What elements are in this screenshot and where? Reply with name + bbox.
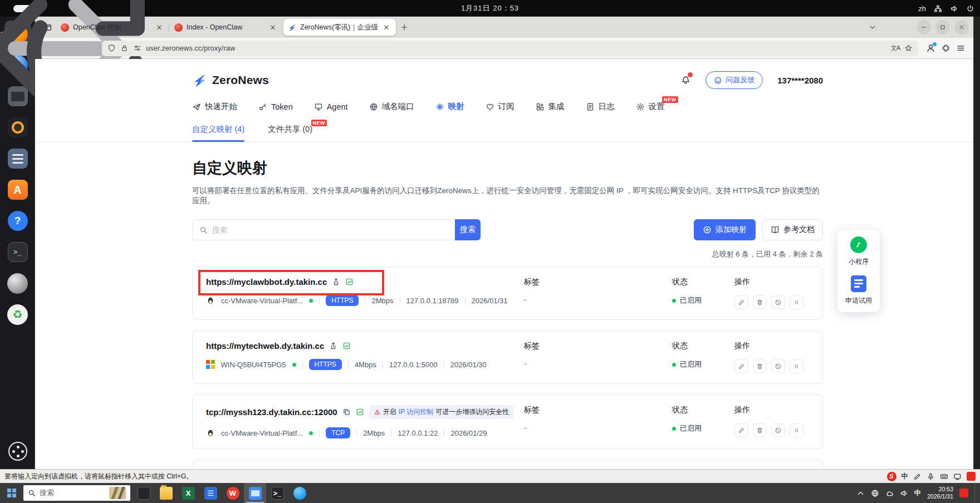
nav-agent[interactable]: Agent (314, 102, 348, 111)
sogou-tray-icon[interactable] (959, 489, 968, 497)
browser-tab-openclaw-control[interactable]: OpenClaw 控制 ✕ (56, 19, 169, 36)
taskbar-app-excel[interactable]: X (177, 483, 199, 503)
network-icon[interactable] (934, 4, 942, 13)
url-text[interactable]: user.zeronews.cc/proxy/raw (146, 44, 886, 52)
browser-tab-index-openclaw[interactable]: Index - OpenClaw ✕ (170, 19, 282, 36)
ime-zh-icon[interactable]: 中 (914, 489, 922, 498)
account-phone[interactable]: 137****2080 (777, 76, 823, 85)
delete-button[interactable] (753, 423, 767, 437)
tab-close-icon[interactable]: ✕ (154, 22, 164, 32)
traffic-chart-icon[interactable] (342, 342, 351, 350)
account-icon[interactable] (926, 43, 935, 53)
pause-button[interactable] (790, 423, 803, 437)
permissions-icon[interactable] (133, 44, 141, 52)
taskbar-app-edge[interactable] (288, 483, 311, 503)
taskbar-app-vmware[interactable] (244, 483, 266, 503)
extension-icon[interactable] (941, 43, 950, 53)
dock-terminal[interactable]: >_ (4, 239, 31, 265)
nav-token[interactable]: Token (258, 102, 293, 111)
add-mapping-button[interactable]: 添加映射 (694, 219, 756, 240)
mapping-url[interactable]: https://myclawbbot.dy.takin.cc (206, 277, 327, 287)
restore-button[interactable] (935, 20, 950, 34)
chevron-up-icon[interactable] (856, 489, 865, 497)
notification-bell-icon[interactable] (680, 74, 691, 87)
docs-button[interactable]: 参考文档 (762, 219, 823, 240)
browser-tab-zeronews[interactable]: ZeroNews(零讯)｜企业级 ✕ (283, 19, 396, 36)
menu-icon[interactable] (956, 43, 966, 53)
nav-logs[interactable]: 日志 (586, 101, 615, 112)
search-button[interactable]: 搜索 (455, 219, 481, 240)
shield-icon[interactable] (107, 44, 116, 52)
reload-button[interactable] (79, 41, 94, 56)
taskbar-app-wps[interactable]: W (222, 483, 244, 503)
lock-icon[interactable] (120, 44, 129, 52)
taskbar-app-terminal[interactable]: >_ (266, 483, 288, 503)
mini-program-entry[interactable]: 小程序 (841, 236, 876, 267)
open-link-icon[interactable] (332, 278, 340, 286)
disable-button[interactable] (771, 359, 785, 373)
list-tabs-icon[interactable] (869, 23, 876, 31)
taskbar-search-box[interactable]: 搜索 (23, 485, 130, 501)
nav-settings[interactable]: 设置NEW (636, 101, 665, 112)
taskbar-app-blue[interactable]: ☰ (199, 483, 222, 503)
minimize-button[interactable] (917, 20, 931, 34)
dock-help[interactable]: ? (4, 208, 31, 234)
ip-access-control-link[interactable]: IP 访问控制 (399, 407, 433, 417)
screenshot-icon[interactable] (953, 472, 962, 481)
pause-button[interactable] (790, 359, 803, 373)
volume-icon[interactable] (950, 4, 958, 13)
bing-daily-image[interactable] (109, 487, 126, 499)
taskbar-app-explorer[interactable] (155, 483, 177, 503)
pause-button[interactable] (790, 295, 803, 309)
tab-close-icon[interactable]: ✕ (268, 22, 278, 32)
traffic-chart-icon[interactable] (356, 408, 364, 416)
dock-sphere-app[interactable] (4, 270, 31, 297)
dock-recycle-app[interactable]: ♻ (4, 301, 31, 328)
pen-icon[interactable] (913, 472, 922, 481)
url-bar[interactable]: user.zeronews.cc/proxy/raw 文A (102, 41, 918, 56)
translate-icon[interactable]: 文A (891, 44, 900, 52)
dock-app-a[interactable]: A (4, 176, 31, 203)
search-input[interactable] (212, 226, 448, 234)
nav-mapping[interactable]: 映射 (435, 101, 464, 112)
copy-icon[interactable] (342, 408, 351, 416)
volume-icon[interactable] (900, 489, 908, 497)
cloud-icon[interactable] (885, 489, 894, 497)
mapping-url[interactable]: tcp://myssh123.dy.takin.cc:12000 (206, 407, 337, 417)
disable-button[interactable] (771, 295, 785, 309)
taskbar-app-taskview[interactable] (133, 483, 155, 503)
search-box[interactable] (192, 219, 455, 240)
star-icon[interactable] (904, 44, 913, 52)
mapping-url[interactable]: https://mytechweb.dy.takin.cc (206, 341, 324, 351)
trial-entry[interactable]: 申请试用 (841, 275, 876, 305)
nav-quick-start[interactable]: 快速开始 (192, 101, 237, 112)
sogou-icon[interactable]: S (887, 472, 896, 481)
traffic-chart-icon[interactable] (345, 278, 354, 286)
power-icon[interactable] (966, 4, 974, 13)
zeronews-logo[interactable]: ZeroNews (192, 73, 269, 88)
close-button[interactable] (954, 20, 969, 34)
keyboard-icon[interactable] (940, 472, 948, 481)
tab-file-share[interactable]: 文件共享 (0)NEW (268, 124, 312, 142)
disable-button[interactable] (771, 423, 785, 437)
dock-reader-app[interactable] (4, 145, 31, 172)
edit-button[interactable] (734, 295, 748, 309)
nav-integration[interactable]: 集成 (536, 101, 565, 112)
edit-button[interactable] (734, 423, 748, 437)
delete-button[interactable] (753, 295, 767, 309)
start-button[interactable] (0, 483, 23, 503)
new-tab-button[interactable] (397, 20, 411, 34)
nav-domain-port[interactable]: 域名端口 (369, 101, 414, 112)
open-link-icon[interactable] (329, 342, 337, 350)
tab-close-icon[interactable]: ✕ (381, 22, 391, 32)
edit-button[interactable] (734, 359, 748, 373)
taskbar-clock[interactable]: 20:53 2026/1/31 (927, 486, 953, 500)
network-icon[interactable] (871, 489, 879, 497)
mic-icon[interactable] (927, 472, 935, 481)
dock-show-apps[interactable] (4, 438, 31, 465)
nav-subscribe[interactable]: 订阅 (486, 101, 514, 112)
feedback-button[interactable]: 问题反馈 (705, 71, 763, 89)
input-lang-indicator[interactable]: zh (918, 4, 926, 13)
tab-custom-mapping[interactable]: 自定义映射 (4) (192, 124, 244, 142)
show-desktop-button[interactable] (974, 483, 977, 503)
